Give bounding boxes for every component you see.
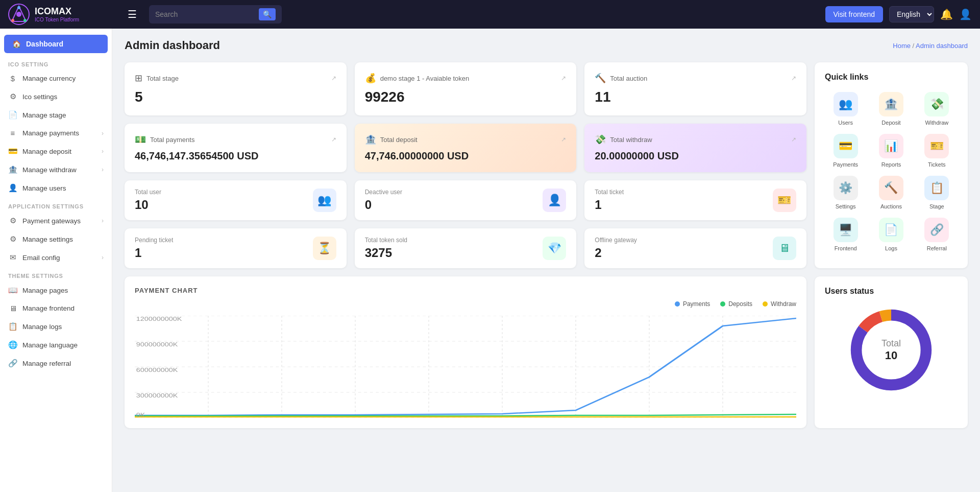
sidebar-item-manage-referral[interactable]: 🔗 Manage referral [0,354,112,372]
sidebar-item-manage-deposit[interactable]: 💳 Manage deposit › [0,142,112,160]
manage-payments-label: Manage payments [22,129,79,137]
quick-link-frontend[interactable]: 🖥️ Frontend [825,218,866,251]
small-stat-total-ticket: Total ticket 1 🎫 [584,180,806,220]
expand-arrow-icon[interactable]: ↗ [791,136,796,143]
quick-link-referral[interactable]: 🔗 Referral [916,218,958,251]
logs-icon: 📋 [8,322,17,331]
sidebar-item-manage-pages[interactable]: 📖 Manage pages [0,281,112,299]
search-button[interactable]: 🔍 [259,8,276,20]
notifications-icon[interactable]: 🔔 [940,8,953,20]
quick-link-stage[interactable]: 📋 Stage [916,176,958,209]
manage-deposit-label: Manage deposit [22,148,71,155]
legend-dot [763,301,768,307]
arrow-icon: › [102,217,104,224]
small-stat-total-user: Total user 10 👥 [125,180,347,220]
main-content: Admin dashboard Home / Admin dashboard ⊞… [112,29,980,492]
svg-point-3 [17,6,20,9]
token-sold-icon: 💎 [543,237,566,260]
deposit-icon: 🏦 [365,134,376,145]
visit-frontend-button[interactable]: Visit frontend [825,6,883,22]
layers-icon: ⊞ [135,73,142,84]
total-token-sold-value: 3275 [365,246,407,260]
sidebar-item-ico-settings[interactable]: ⚙ Ico settings [0,87,112,106]
topnav: ICOMAX ICO Token Platform ☰ 🔍 Visit fron… [0,0,980,29]
manage-frontend-label: Manage frontend [22,304,75,312]
sidebar-item-manage-frontend[interactable]: 🖥 Manage frontend [0,299,112,317]
page-header: Admin dashboard Home / Admin dashboard [125,39,968,52]
frontend-icon: 🖥 [8,304,17,313]
manage-currency-label: Manage currency [22,75,76,82]
expand-arrow-icon[interactable]: ↗ [561,75,566,82]
quick-link-withdraw[interactable]: 💸 Withdraw [916,92,958,126]
sidebar-item-dashboard[interactable]: 🏠 Dashboard [4,35,108,53]
demo-stage-value: 99226 [365,89,567,105]
settings-icon: ⚙ [8,235,17,244]
quick-links-grid: 👥 Users 🏦 Deposit 💸 Withdraw 💳 Payments … [825,92,958,251]
breadcrumb-current: Admin dashboard [916,42,968,50]
sidebar-item-manage-language[interactable]: 🌐 Manage language [0,336,112,354]
arrow-icon: › [102,148,104,155]
quick-link-logs[interactable]: 📄 Logs [870,218,912,251]
quick-link-label: Users [838,120,853,126]
quick-link-icon: ⚙️ [834,176,858,200]
language-icon: 🌐 [8,340,17,349]
sidebar-item-manage-stage[interactable]: 📄 Manage stage [0,106,112,124]
expand-arrow-icon[interactable]: ↗ [331,136,336,143]
quick-link-tickets[interactable]: 🎫 Tickets [916,134,958,168]
stat-card-total-withdraw: 💸 Total withdraw ↗ 20.00000000 USD [584,124,806,172]
deactive-user-label: Deactive user [365,189,402,196]
svg-text:300000000K: 300000000K [136,393,178,399]
expand-arrow-icon[interactable]: ↗ [331,75,336,82]
sidebar-item-manage-settings[interactable]: ⚙ Manage settings [0,230,112,248]
expand-arrow-icon[interactable]: ↗ [791,75,796,82]
token-icon: 💰 [365,73,376,84]
sidebar-item-manage-currency[interactable]: $ Manage currency [0,69,112,87]
quick-link-auctions[interactable]: 🔨 Auctions [870,176,912,209]
email-icon: ✉ [8,253,17,262]
referral-icon: 🔗 [8,359,17,368]
quick-link-settings[interactable]: ⚙️ Settings [825,176,866,209]
arrow-icon: › [102,166,104,173]
language-select[interactable]: English [889,6,934,22]
logo: ICOMAX ICO Token Platform [8,4,115,25]
offline-gateway-label: Offline gateway [595,237,637,244]
quick-link-label: Reports [881,161,901,168]
logo-title: ICOMAX [35,6,79,17]
total-stage-label: Total stage [146,75,179,82]
legend-label: Payments [683,300,710,308]
ico-settings-label: Ico settings [22,93,57,101]
sidebar-item-email-config[interactable]: ✉ Email config › [0,248,112,267]
sidebar: 🏠 Dashboard ICO SETTING $ Manage currenc… [0,29,112,492]
manage-users-label: Manage users [22,184,66,192]
sidebar-item-payment-gateways[interactable]: ⚙ Payment gateways › [0,212,112,230]
sidebar-item-manage-payments[interactable]: ≡ Manage payments › [0,124,112,142]
quick-link-icon: 📊 [879,134,903,158]
legend-label: Withdraw [771,300,796,308]
pending-ticket-value: 1 [135,246,173,260]
svg-text:900000000K: 900000000K [136,342,178,347]
logo-icon [8,4,30,25]
quick-link-label: Auctions [880,203,902,209]
hamburger-menu[interactable]: ☰ [124,6,141,22]
breadcrumb-home[interactable]: Home [893,42,911,50]
quick-link-deposit[interactable]: 🏦 Deposit [870,92,912,126]
donut-center: Total 10 [881,338,901,362]
quick-link-reports[interactable]: 📊 Reports [870,134,912,168]
ticket-stat-icon: 🎫 [773,189,796,212]
search-input[interactable] [155,10,255,18]
logo-sub: ICO Token Platform [35,17,79,22]
sidebar-item-manage-users[interactable]: 👤 Manage users [0,179,112,197]
expand-arrow-icon[interactable]: ↗ [561,136,566,143]
stat-card-total-deposit: 🏦 Total deposit ↗ 47,746.00000000 USD [355,124,577,172]
quick-link-payments[interactable]: 💳 Payments [825,134,866,168]
user-account-icon[interactable]: 👤 [959,8,972,20]
sidebar-item-manage-logs[interactable]: 📋 Manage logs [0,317,112,336]
quick-link-users[interactable]: 👥 Users [825,92,866,126]
quick-link-icon: 🔨 [879,176,903,200]
svg-point-5 [11,19,14,22]
small-stat-offline-gateway: Offline gateway 2 🖥 [584,228,806,268]
sidebar-item-manage-withdraw[interactable]: 🏦 Manage withdraw › [0,160,112,179]
manage-stage-label: Manage stage [22,111,66,119]
payment-gateways-label: Payment gateways [22,217,81,225]
quick-links-title: Quick links [825,73,958,82]
